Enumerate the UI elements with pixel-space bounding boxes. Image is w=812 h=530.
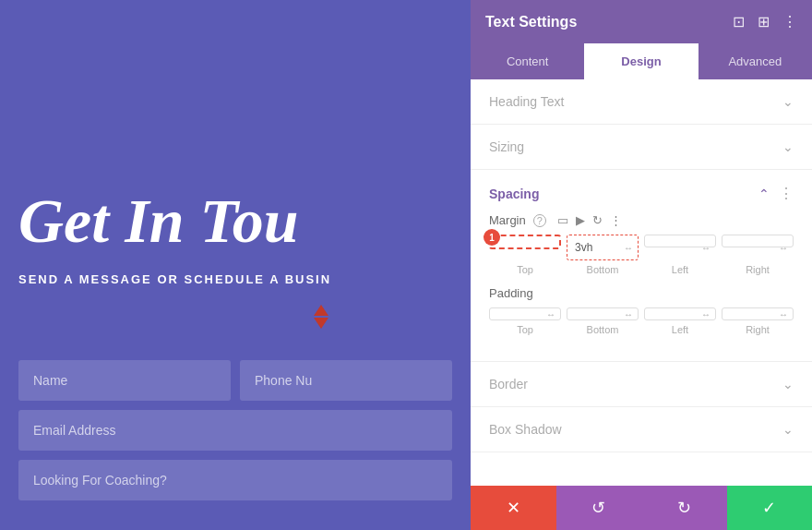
settings-title: Text Settings [485, 14, 577, 30]
arrow-down-icon [314, 318, 328, 329]
box-shadow-label: Box Shadow [489, 422, 562, 437]
cancel-button[interactable]: ✕ [471, 486, 556, 530]
padding-left-unit: ↔ [701, 309, 710, 319]
device-icon[interactable]: ▭ [557, 213, 568, 227]
email-input[interactable]: Email Address [18, 410, 452, 451]
tabs-bar: Content Design Advanced [471, 43, 812, 79]
reset-margin-icon[interactable]: ↻ [592, 213, 603, 227]
padding-label-row: Padding [489, 286, 794, 300]
spacing-section: Spacing ⌃ ⋮ Margin ? ▭ ▶ ↻ ⋮ [471, 170, 812, 362]
sizing-section[interactable]: Sizing ⌄ [471, 125, 812, 170]
form-row-2: Email Address [18, 410, 452, 451]
margin-field-labels: Top Bottom Left Right [489, 264, 794, 275]
margin-top-label: Top [489, 264, 561, 275]
padding-left-cell: ↔ [644, 307, 716, 320]
margin-bottom-label: Bottom [567, 264, 639, 275]
margin-inputs: 1 3vh ↔ ↔ ↔ [489, 235, 794, 260]
margin-left-unit: ↔ [701, 243, 710, 253]
padding-right-cell: ↔ [722, 307, 794, 320]
settings-content: Heading Text ⌄ Sizing ⌄ Spacing ⌃ ⋮ Marg… [471, 79, 812, 486]
columns-icon[interactable]: ⊞ [758, 13, 770, 30]
resize-icon[interactable]: ⊡ [733, 13, 745, 30]
box-shadow-chevron: ⌄ [782, 422, 794, 437]
bottom-bar: ✕ ↺ ↻ ✓ [471, 486, 812, 530]
padding-right-label: Right [722, 324, 794, 335]
padding-top-cell: ↔ [489, 307, 561, 320]
margin-left-cell: ↔ [644, 235, 716, 260]
sizing-chevron: ⌄ [782, 139, 794, 154]
heading-text-section[interactable]: Heading Text ⌄ [471, 79, 812, 125]
padding-right-unit: ↔ [779, 309, 788, 319]
margin-badge: 1 [484, 229, 500, 246]
border-section[interactable]: Border ⌄ [471, 362, 812, 407]
margin-bottom-cell: 3vh ↔ [567, 235, 639, 260]
redo-button[interactable]: ↻ [641, 486, 727, 530]
padding-field-labels: Top Bottom Left Right [489, 324, 794, 335]
preview-subheading: SEND A MESSAGE OR SCHEDULE A BUSIN [18, 272, 471, 286]
border-label: Border [489, 377, 528, 391]
heading-text-chevron: ⌄ [782, 94, 794, 109]
reset-icon: ↺ [591, 498, 605, 518]
settings-panel: Text Settings ⊡ ⊞ ⋮ Content Design Advan… [471, 0, 812, 530]
save-button[interactable]: ✓ [727, 486, 813, 530]
padding-inputs: ↔ ↔ ↔ ↔ [489, 307, 794, 320]
spacing-title: Spacing [489, 187, 539, 201]
margin-toolbar: ▭ ▶ ↻ ⋮ [557, 213, 622, 227]
margin-options-icon[interactable]: ⋮ [610, 213, 622, 227]
margin-left-label: Left [644, 264, 716, 275]
tab-content[interactable]: Content [471, 43, 584, 79]
padding-bottom-cell: ↔ [567, 307, 639, 320]
tab-design[interactable]: Design [584, 43, 698, 79]
sizing-label: Sizing [489, 139, 524, 154]
margin-top-cell: 1 [489, 235, 561, 260]
padding-bottom-unit: ↔ [624, 309, 633, 319]
padding-label: Padding [489, 286, 533, 300]
padding-top-unit: ↔ [546, 309, 555, 319]
padding-bottom-label: Bottom [567, 324, 639, 335]
reset-button[interactable]: ↺ [556, 486, 642, 530]
spacing-collapse-icon[interactable]: ⌃ [758, 187, 770, 201]
header-icons: ⊡ ⊞ ⋮ [733, 13, 797, 30]
tab-advanced[interactable]: Advanced [699, 43, 812, 79]
box-shadow-section[interactable]: Box Shadow ⌄ [471, 407, 812, 452]
save-icon: ✓ [762, 498, 776, 518]
cursor-icon[interactable]: ▶ [576, 213, 585, 227]
drag-handle[interactable] [314, 305, 328, 329]
margin-right-cell: ↔ [722, 235, 794, 260]
settings-header: Text Settings ⊡ ⊞ ⋮ [471, 0, 812, 43]
preview-panel: Get In Tou SEND A MESSAGE OR SCHEDULE A … [0, 0, 471, 530]
padding-left-label: Left [644, 324, 716, 335]
margin-right-unit: ↔ [779, 243, 788, 253]
cancel-icon: ✕ [507, 498, 520, 518]
padding-top-label: Top [489, 324, 561, 335]
preview-heading: Get In Tou [18, 185, 452, 258]
coaching-input[interactable]: Looking For Coaching? [18, 460, 452, 500]
more-icon[interactable]: ⋮ [782, 13, 797, 30]
redo-icon: ↻ [677, 498, 691, 518]
heading-text-label: Heading Text [489, 94, 564, 109]
margin-help-icon[interactable]: ? [533, 214, 546, 227]
margin-right-label: Right [722, 264, 794, 275]
form-row-3: Looking For Coaching? [18, 460, 452, 500]
name-input[interactable]: Name [18, 360, 231, 401]
border-chevron: ⌄ [782, 377, 794, 391]
spacing-more-icon[interactable]: ⋮ [779, 185, 794, 202]
arrow-up-icon [314, 305, 328, 316]
form-row-1: Name Phone Nu [18, 360, 452, 401]
margin-label: Margin [489, 213, 526, 227]
phone-input[interactable]: Phone Nu [240, 360, 452, 401]
margin-label-row: Margin ? ▭ ▶ ↻ ⋮ [489, 213, 794, 227]
form-area: Name Phone Nu Email Address Looking For … [18, 360, 452, 500]
margin-bottom-unit: ↔ [624, 243, 633, 253]
spacing-header: Spacing ⌃ ⋮ [489, 170, 794, 213]
